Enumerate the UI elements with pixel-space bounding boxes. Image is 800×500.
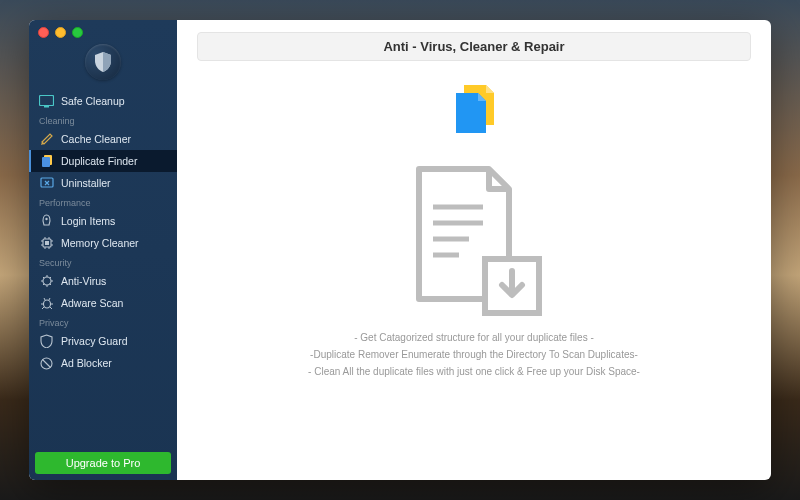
maximize-window-button[interactable] [72,27,83,38]
sidebar-item-ad-blocker[interactable]: Ad Blocker [29,352,177,374]
sidebar-item-label: Safe Cleanup [61,95,125,107]
sidebar-item-duplicate-finder[interactable]: Duplicate Finder [29,150,177,172]
svg-point-9 [43,300,50,308]
sidebar-item-safe-cleanup[interactable]: Safe Cleanup [29,90,177,112]
sidebar-item-label: Memory Cleaner [61,237,139,249]
chip-icon [39,236,54,251]
svg-point-5 [45,218,47,220]
sidebar-section-privacy: Privacy [29,314,177,330]
sidebar-section-cleaning: Cleaning [29,112,177,128]
svg-rect-0 [40,95,54,105]
sidebar-item-label: Duplicate Finder [61,155,137,167]
svg-rect-3 [42,157,50,167]
sidebar-item-label: Cache Cleaner [61,133,131,145]
document-download-icon [399,159,549,323]
app-window: Safe Cleanup Cleaning Cache Cleaner Dupl… [29,20,771,480]
page-title: Anti - Virus, Cleaner & Repair [197,32,751,61]
sidebar-item-label: Adware Scan [61,297,123,309]
app-logo [85,44,121,80]
sidebar: Safe Cleanup Cleaning Cache Cleaner Dupl… [29,20,177,480]
sidebar-item-login-items[interactable]: Login Items [29,210,177,232]
block-icon [39,356,54,371]
description-text: - Get Catagorized structure for all your… [308,329,640,380]
svg-rect-1 [44,106,49,108]
sidebar-item-label: Uninstaller [61,177,111,189]
sidebar-item-privacy-guard[interactable]: Privacy Guard [29,330,177,352]
uninstall-icon [39,176,54,191]
duplicate-files-icon [39,154,54,169]
sidebar-item-uninstaller[interactable]: Uninstaller [29,172,177,194]
sidebar-item-cache-cleaner[interactable]: Cache Cleaner [29,128,177,150]
sidebar-section-security: Security [29,254,177,270]
brush-icon [39,132,54,147]
sidebar-item-label: Anti-Virus [61,275,106,287]
duplicate-icon [444,81,504,141]
close-window-button[interactable] [38,27,49,38]
sidebar-item-adware-scan[interactable]: Adware Scan [29,292,177,314]
window-controls [38,27,83,38]
sidebar-item-anti-virus[interactable]: Anti-Virus [29,270,177,292]
upgrade-button[interactable]: Upgrade to Pro [35,452,171,474]
sidebar-item-label: Login Items [61,215,115,227]
sidebar-item-memory-cleaner[interactable]: Memory Cleaner [29,232,177,254]
monitor-icon [39,94,54,109]
minimize-window-button[interactable] [55,27,66,38]
content-area: - Get Catagorized structure for all your… [197,61,751,464]
svg-rect-7 [45,241,49,245]
sidebar-item-label: Privacy Guard [61,335,128,347]
bug-icon [39,296,54,311]
shield-icon [94,52,112,72]
rocket-icon [39,214,54,229]
main-panel: Anti - Virus, Cleaner & Repair [177,20,771,480]
sidebar-item-label: Ad Blocker [61,357,112,369]
guard-icon [39,334,54,349]
virus-icon [39,274,54,289]
sidebar-section-performance: Performance [29,194,177,210]
